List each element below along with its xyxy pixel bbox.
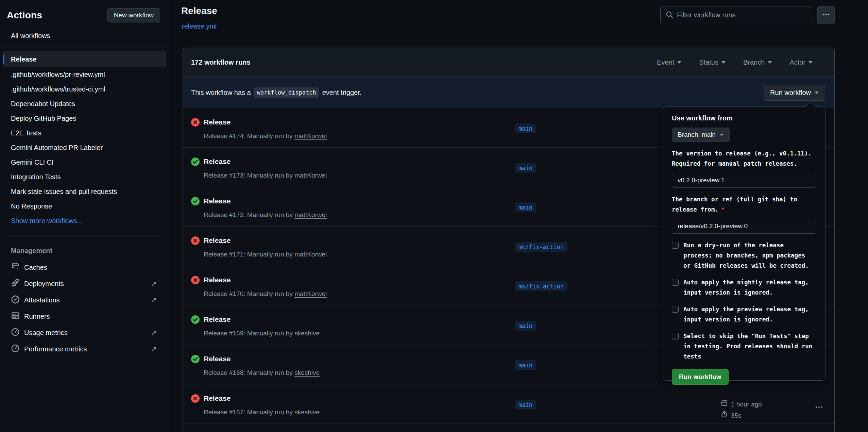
sidebar-item-performance-metrics[interactable]: Performance metrics ↗ [3,341,166,357]
x-circle-fill-icon [191,236,200,245]
version-input[interactable] [672,173,816,188]
filter-event-dropdown[interactable]: Event [657,59,681,66]
run-workflow-dropdown-button[interactable]: Run workflow [764,85,825,101]
sidebar-item-attestations[interactable]: Attestations ↗ [3,292,166,308]
run-title-link[interactable]: Release [204,236,231,245]
sidebar-item-deploy-github-pages[interactable]: Deploy GitHub Pages [3,111,166,126]
sidebar-item-pr-review[interactable]: .github/workflows/pr-review.yml [3,67,166,82]
run-info: Release #169: Manually run by [204,330,293,337]
dry-run-checkbox[interactable] [672,242,679,249]
branch-pill[interactable]: main [515,163,536,173]
kebab-horizontal-icon [822,11,830,20]
checkbox-label: Auto apply the preview release tag, inpu… [683,304,809,325]
ref-help-text: The branch or ref (full git sha) to rele… [672,194,816,215]
branch-pill[interactable]: main [515,400,536,410]
workflow-options-button[interactable] [817,6,835,24]
skip-tests-checkbox[interactable] [672,333,679,339]
sidebar-item-deployments[interactable]: Deployments ↗ [3,276,166,292]
sidebar-item-e2e-tests[interactable]: E2E Tests [3,126,166,140]
server-icon [11,311,20,322]
sidebar-item-usage-metrics[interactable]: Usage metrics ↗ [3,325,166,341]
actor-link[interactable]: mattKorwel [294,211,327,218]
sidebar-item-mark-stale[interactable]: Mark stale issues and pull requests [3,184,166,199]
x-circle-fill-icon [191,276,200,284]
filter-workflow-runs-box [660,6,813,24]
run-info: Release #167: Manually run by [204,409,293,416]
calendar-icon [721,399,728,410]
preview-tag-checkbox[interactable] [672,306,679,313]
branch-pill[interactable]: main [515,321,536,331]
sidebar-item-all-workflows[interactable]: All workflows [11,32,169,40]
actor-link[interactable]: mattKorwel [294,251,327,258]
sidebar-item-label: Runners [24,313,50,320]
kebab-horizontal-icon [815,403,823,413]
sidebar-item-dependabot-updates[interactable]: Dependabot Updates [3,97,166,111]
filter-status-dropdown[interactable]: Status [699,59,726,66]
required-asterisk: * [721,206,725,213]
ref-input[interactable] [672,219,816,234]
run-title-link[interactable]: Release [204,197,231,205]
sidebar-item-trusted-ci[interactable]: .github/workflows/trusted-ci.yml [3,82,166,97]
filter-branch-dropdown[interactable]: Branch [743,59,772,66]
branch-pill[interactable]: mk/fix-action [515,281,567,291]
filter-workflow-runs-input[interactable] [677,11,808,19]
show-more-workflows-link[interactable]: Show more workflows... [3,214,166,228]
run-title-link[interactable]: Release [204,315,231,323]
run-title-link[interactable]: Release [204,276,231,284]
workflow-file-link[interactable]: release.yml [182,22,217,30]
branch-pill[interactable]: main [515,123,536,133]
chevron-down-icon [809,61,813,64]
run-workflow-submit-button[interactable]: Run workflow [672,369,729,385]
sidebar-item-release[interactable]: Release [3,51,166,67]
run-title-link[interactable]: Release [204,118,231,126]
sidebar-title: Actions [7,10,42,21]
sidebar-divider [3,236,166,236]
stopwatch-icon [721,410,728,421]
x-circle-fill-icon [191,118,200,127]
chevron-down-icon [677,61,681,64]
new-workflow-button[interactable]: New workflow [107,8,160,22]
sidebar-item-gemini-cli-ci[interactable]: Gemini CLI CI [3,155,166,170]
nightly-tag-checkbox[interactable] [672,279,679,286]
run-duration: 35s [731,410,742,421]
sidebar-item-label: Attestations [24,296,60,304]
branch-pill[interactable]: main [515,202,536,212]
checkbox-label: Select to skip the "Run Tests" step in t… [683,331,812,362]
actor-link[interactable]: mattKorwel [294,132,327,139]
filter-actor-dropdown[interactable]: Actor [789,59,813,66]
management-list: Caches Deployments ↗ Attestations ↗ Runn… [0,259,169,357]
actor-link[interactable]: skeshive [294,369,320,376]
sidebar-item-caches[interactable]: Caches [3,259,166,276]
meter-icon [11,344,20,354]
run-meta: 1 hour ago 35s [721,399,762,421]
actor-link[interactable]: skeshive [294,330,320,337]
actor-link[interactable]: mattKorwel [294,290,327,297]
run-options-button[interactable] [810,403,828,413]
sidebar-item-gemini-pr-labeler[interactable]: Gemini Automated PR Labeler [3,140,166,155]
run-title-link[interactable]: Release [204,394,231,402]
actor-link[interactable]: mattKorwel [294,172,327,179]
cache-icon [11,262,20,273]
external-link-icon: ↗ [151,329,157,337]
actor-link[interactable]: skeshive [294,409,320,416]
run-title-link[interactable]: Release [204,157,231,166]
x-circle-fill-icon [191,394,200,403]
sidebar-item-integration-tests[interactable]: Integration Tests [3,170,166,184]
sidebar-item-no-response[interactable]: No Response [3,199,166,214]
management-heading: Management [11,247,169,255]
sidebar-item-label: Usage metrics [24,329,68,337]
branch-select-button[interactable]: Branch: main [672,128,730,142]
external-link-icon: ↗ [151,296,157,304]
meter-icon [11,328,20,338]
sidebar-item-label: Deployments [24,280,64,288]
branch-pill[interactable]: mk/fix-action [515,242,567,252]
sidebar-item-runners[interactable]: Runners [3,308,166,325]
branch-pill[interactable]: main [515,360,536,370]
runs-count: 172 workflow runs [191,59,251,66]
chevron-down-icon [768,61,772,64]
run-title-link[interactable]: Release [204,355,231,363]
run-info: Release #172: Manually run by [204,211,293,218]
external-link-icon: ↗ [151,280,157,288]
version-help-text: The version to release (e.g., v0.1.11). … [672,148,816,169]
rocket-icon [11,279,20,289]
